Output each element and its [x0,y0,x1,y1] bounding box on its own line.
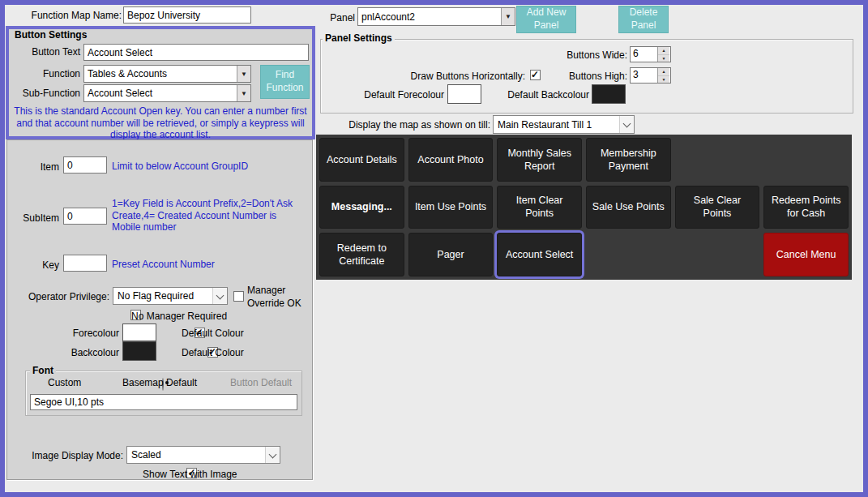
operator-privilege-value: No Flag Required [113,290,212,302]
display-till-combobox[interactable]: Main Restaurant Till 1 [493,115,635,134]
grid-button-item-use-points[interactable]: Item Use Points [408,186,494,229]
image-display-mode-value: Scaled [127,449,265,461]
dropdown-arrow-icon[interactable]: ▼ [501,8,515,25]
grid-button-monthly-sales-report[interactable]: Monthly Sales Report [497,138,582,182]
panel-label: Panel [306,12,355,24]
default-backcolour-label: Default Backcolour [490,89,589,101]
grid-empty-cell [763,138,849,182]
buttons-high-label: Buttons High: [524,71,627,82]
panel-combobox[interactable]: pnlAccount2 ▼ [357,7,515,26]
subitem-hint: 1=Key Field is Account Prefix,2=Don't As… [112,198,305,234]
panel-combobox-value: pnlAccount2 [358,11,501,23]
panel-settings-title: Panel Settings [323,32,395,44]
grid-button-sale-clear-points[interactable]: Sale Clear Points [675,186,760,229]
grid-empty-cell [586,233,671,276]
key-hint: Preset Account Number [112,259,306,271]
function-combobox-value: Tables & Accounts [84,68,237,79]
grid-button-cancel-menu[interactable]: Cancel Menu [763,233,849,276]
default-forecolour-label: Default Forecolour [345,89,444,101]
grid-button-messaging[interactable]: Messaging... [319,186,404,229]
forecolour-swatch[interactable] [122,323,156,341]
show-text-with-image-label: Show Text with Image [143,469,237,480]
font-group-title: Font [30,365,56,376]
grid-button-account-details[interactable]: Account Details [319,138,404,182]
chevron-down-icon[interactable] [212,288,227,304]
button-settings-title: Button Settings [12,29,89,41]
dropdown-arrow-icon[interactable]: ▼ [237,85,250,101]
default-forecolour-swatch[interactable] [447,84,481,104]
buttons-wide-value: 6 [631,47,657,62]
function-label: Function [9,68,80,79]
chevron-down-icon[interactable] [265,447,280,463]
function-map-editor-window: Function Map Name: Panel pnlAccount2 ▼ A… [0,0,868,497]
subitem-label: SubItem [7,212,59,224]
function-map-name-label: Function Map Name: [8,10,122,21]
chevron-down-icon[interactable] [619,116,634,133]
font-value-input[interactable] [30,394,297,410]
buttons-high-value: 3 [631,68,657,83]
buttons-wide-stepper[interactable]: 6 ▲▼ [630,46,671,62]
find-function-button[interactable]: Find Function [260,65,310,99]
grid-button-membership-payment[interactable]: Membership Payment [586,138,671,182]
function-description: This is the standard Account Open key. Y… [12,105,309,141]
function-combobox[interactable]: Tables & Accounts ▼ [83,65,251,83]
button-text-input[interactable] [83,44,309,61]
buttons-wide-label: Buttons Wide: [524,49,627,61]
sub-function-combobox[interactable]: Account Select ▼ [83,84,251,102]
key-label: Key [7,259,59,271]
spin-down-icon[interactable]: ▼ [658,55,669,62]
operator-privilege-combobox[interactable]: No Flag Required [113,287,228,305]
item-input[interactable] [63,156,107,174]
button-grid: Account DetailsAccount PhotoMonthly Sale… [316,135,852,280]
backcolour-swatch[interactable] [122,341,156,361]
draw-horizontally-label: Draw Buttons Horizontally: [378,71,525,82]
item-hint: Limit to below Account GroupID [112,161,306,173]
grid-button-item-clear-points[interactable]: Item Clear Points [497,186,582,229]
grid-button-pager[interactable]: Pager [408,233,494,276]
spin-up-icon[interactable]: ▲ [658,68,669,76]
display-till-value: Main Restaurant Till 1 [494,119,619,131]
sub-function-combobox-value: Account Select [84,88,237,99]
add-new-panel-button[interactable]: Add New Panel [516,6,576,33]
dropdown-arrow-icon[interactable]: ▼ [237,66,250,82]
image-display-mode-combobox[interactable]: Scaled [126,446,280,464]
button-details-panel: Item Limit to below Account GroupID SubI… [6,139,313,480]
font-custom-label: Custom [48,377,81,388]
button-text-label: Button Text [9,46,80,58]
manager-override-label: Manager Override OK [247,285,312,310]
buttons-high-stepper[interactable]: 3 ▲▼ [630,67,671,84]
item-label: Item [7,161,59,173]
font-button-default-label: Button Default [230,377,292,388]
operator-privilege-label: Operator Privilege: [7,291,109,302]
grid-button-redeem-points-for-cash[interactable]: Redeem Points for Cash [763,186,849,229]
sub-function-label: Sub-Function [9,88,80,99]
forecolour-label: Forecolour [7,328,119,339]
forecolour-default-label: Default Colour [182,328,244,339]
grid-button-account-select[interactable]: Account Select [497,233,582,276]
grid-button-account-photo[interactable]: Account Photo [408,138,494,182]
button-settings-group: Button Settings Button Text Function Tab… [6,26,315,139]
key-input[interactable] [63,255,107,272]
default-backcolour-swatch[interactable] [592,84,626,104]
spin-down-icon[interactable]: ▼ [658,76,669,84]
display-map-label: Display the map as shown on till: [345,119,490,131]
image-display-mode-label: Image Display Mode: [7,450,123,461]
function-map-name-input[interactable] [123,6,251,24]
grid-empty-cell [675,233,760,276]
delete-panel-button[interactable]: Delete Panel [618,6,669,33]
backcolour-label: Backcolour [7,347,119,358]
manager-override-checkbox[interactable] [233,291,244,302]
spin-up-icon[interactable]: ▲ [658,47,669,55]
no-manager-required-label: No Manager Required [131,311,227,322]
grid-button-redeem-to-certificate[interactable]: Redeem to Certificate [319,233,404,276]
backcolour-default-label: Default Colour [182,347,244,358]
grid-empty-cell [675,138,760,182]
grid-button-sale-use-points[interactable]: Sale Use Points [586,186,671,229]
font-basemap-default-label: Basemap Default [122,377,197,388]
subitem-input[interactable] [63,208,107,225]
